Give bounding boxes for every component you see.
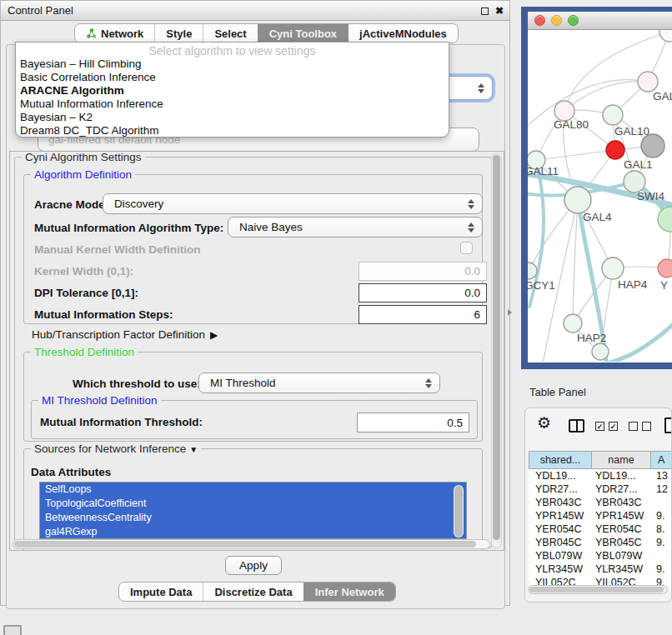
minimize-traffic-light-icon[interactable] xyxy=(551,15,562,26)
sources-group: Sources for Network Inference▼ Data Attr… xyxy=(23,448,483,551)
algorithm-definition-group: Algorithm Definition Aracne Mode: Discov… xyxy=(23,174,483,324)
table-cell: YDL19... xyxy=(529,469,592,482)
expand-right-icon: ▶ xyxy=(210,329,218,341)
zoom-traffic-light-icon[interactable] xyxy=(568,15,579,26)
node-label: HAP2 xyxy=(577,332,606,344)
column-header[interactable]: name xyxy=(592,451,651,469)
cyni-algorithm-settings-group: Cyni Algorithm Settings Algorithm Defini… xyxy=(14,157,492,548)
node-pink-right[interactable] xyxy=(658,259,672,278)
apply-button[interactable]: Apply xyxy=(225,556,282,575)
checked-checkbox-icon[interactable]: ✓ xyxy=(595,422,604,431)
node-top-partial[interactable] xyxy=(659,30,672,42)
network-icon xyxy=(86,28,97,39)
table-horizontal-scrollbar[interactable] xyxy=(528,585,668,594)
node-gal10[interactable] xyxy=(603,105,623,125)
algorithm-option[interactable]: Bayesian – Hill Climbing xyxy=(16,58,449,71)
manual-kernel-checkbox[interactable] xyxy=(460,242,473,254)
table-row[interactable]: YDL19...YDL19...13 xyxy=(529,469,672,482)
node-gal1[interactable] xyxy=(606,141,624,159)
checked-checkbox-icon[interactable]: ✓ xyxy=(609,422,618,431)
node-label: SWI4 xyxy=(637,190,664,202)
table-row[interactable]: YBL079WYBL079W xyxy=(529,549,672,562)
data-attributes-label: Data Attributes xyxy=(31,466,111,478)
network-view-window: GALGAL80GAL10GAL1GAL11SWI4GAL4GCY1HAP4YH… xyxy=(521,7,672,369)
cyni-settings-group-title: Cyni Algorithm Settings xyxy=(22,151,145,163)
threshold-definition-title: Threshold Definition xyxy=(31,346,138,358)
node-label: Y xyxy=(660,279,668,292)
table-cell: YBL079W xyxy=(592,549,651,562)
tab-cyni-toolbox[interactable]: Cyni Toolbox xyxy=(258,24,348,42)
dpi-tolerance-field[interactable] xyxy=(359,283,487,302)
tab-jactivemnodules[interactable]: jActiveMNodules xyxy=(348,24,458,42)
node-hap4[interactable] xyxy=(602,258,624,279)
kernel-width-field[interactable] xyxy=(359,262,487,281)
table-row[interactable]: YER054CYER054C8. xyxy=(529,522,672,536)
combo-stepper-icon xyxy=(468,222,474,232)
table-cell: YDL19... xyxy=(592,469,651,482)
node-gal4[interactable] xyxy=(564,187,591,213)
aracne-mode-combo[interactable]: Discovery xyxy=(103,193,483,214)
node-pink-top[interactable] xyxy=(638,72,658,92)
table-row[interactable]: YLR345WYLR345W9. xyxy=(529,562,672,576)
node-hap2[interactable] xyxy=(564,314,582,332)
table-row[interactable]: YPR145WYPR145W9. xyxy=(529,509,672,522)
tab-discretize-data[interactable]: Discretize Data xyxy=(203,582,303,601)
algorithm-option[interactable]: Mutual Information Inference xyxy=(16,98,449,111)
settings-horizontal-scrollbar[interactable] xyxy=(13,539,490,549)
table-cell: YBR043C xyxy=(529,496,592,509)
column-header[interactable]: A xyxy=(651,451,672,469)
algorithm-option[interactable]: Basic Correlation Inference xyxy=(16,71,449,84)
algorithm-option[interactable]: Dream8 DC_TDC Algorithm xyxy=(16,124,449,138)
table-cell: 13 xyxy=(651,469,672,482)
node-gray[interactable] xyxy=(641,134,664,158)
mi-steps-field[interactable] xyxy=(359,305,487,324)
data-attributes-listbox: SelfLoopsTopologicalCoefficientBetweenne… xyxy=(39,482,467,539)
app-root: Control Panel ✖ NetworkStyleSelectCyni T… xyxy=(0,0,672,635)
kernel-width-label: Kernel Width (0,1): xyxy=(34,265,133,278)
algorithm-option[interactable]: ARACNE Algorithm xyxy=(16,84,449,98)
columns-icon[interactable] xyxy=(569,419,584,432)
document-icon[interactable] xyxy=(664,418,672,433)
table-row[interactable]: YBR045CYBR045C9. xyxy=(529,536,672,549)
hub-definition-toggle[interactable]: Hub/Transcription Factor Definition▶ xyxy=(32,328,218,341)
minimized-panel-button[interactable] xyxy=(3,625,22,635)
table-cell xyxy=(651,549,672,562)
algorithm-option[interactable]: Bayesian – K2 xyxy=(16,111,449,124)
float-window-icon[interactable] xyxy=(481,8,489,15)
attribute-item[interactable]: BetweennessCentrality xyxy=(40,511,466,525)
table-row[interactable]: YDR27...YDR27...12 xyxy=(529,482,672,496)
network-canvas[interactable]: GALGAL80GAL10GAL1GAL11SWI4GAL4GCY1HAP4YH… xyxy=(528,30,672,362)
gear-icon[interactable]: ⚙ xyxy=(537,415,551,431)
attribute-item[interactable]: TopologicalCoefficient xyxy=(40,497,466,511)
node-label: GAL4 xyxy=(583,211,612,223)
unchecked-checkbox-icon[interactable] xyxy=(629,422,638,431)
tab-network[interactable]: Network xyxy=(75,24,154,42)
tab-impute-data[interactable]: Impute Data xyxy=(119,582,203,601)
unchecked-checkbox-icon[interactable] xyxy=(642,422,651,431)
network-edge[interactable] xyxy=(536,150,615,160)
tab-select[interactable]: Select xyxy=(203,24,257,42)
table-panel: ⚙ ✓ ✓ shared...nameA YDL19...YDL19...13Y… xyxy=(524,408,672,602)
node-bottom-partial[interactable] xyxy=(592,343,609,360)
column-header[interactable]: shared... xyxy=(529,451,592,469)
node-green-right[interactable] xyxy=(658,207,672,232)
table-cell: YBL079W xyxy=(529,549,592,562)
table-row[interactable]: YBR043CYBR043C xyxy=(529,496,672,509)
close-icon[interactable]: ✖ xyxy=(495,6,504,16)
split-pane-arrow-icon[interactable] xyxy=(508,309,512,316)
mi-type-combo[interactable]: Naive Bayes xyxy=(228,217,483,238)
mi-threshold-field[interactable] xyxy=(357,412,469,432)
attribute-item[interactable]: SelfLoops xyxy=(40,482,466,497)
attribute-item[interactable]: gal4RGexp xyxy=(40,525,466,539)
table-panel-title: Table Panel xyxy=(529,386,586,398)
attributes-scrollbar[interactable] xyxy=(454,485,464,538)
tab-style[interactable]: Style xyxy=(154,24,203,42)
which-threshold-combo[interactable]: MI Threshold xyxy=(198,372,440,393)
settings-vertical-scrollbar[interactable] xyxy=(491,153,502,548)
mi-type-label: Mutual Information Algorithm Type: xyxy=(34,222,223,234)
mi-type-value: Naive Bayes xyxy=(239,221,303,233)
tab-infer-network[interactable]: Infer Network xyxy=(303,582,395,601)
sources-group-title[interactable]: Sources for Network Inference▼ xyxy=(31,442,201,455)
table-cell: 12 xyxy=(651,482,672,496)
close-traffic-light-icon[interactable] xyxy=(534,15,545,26)
